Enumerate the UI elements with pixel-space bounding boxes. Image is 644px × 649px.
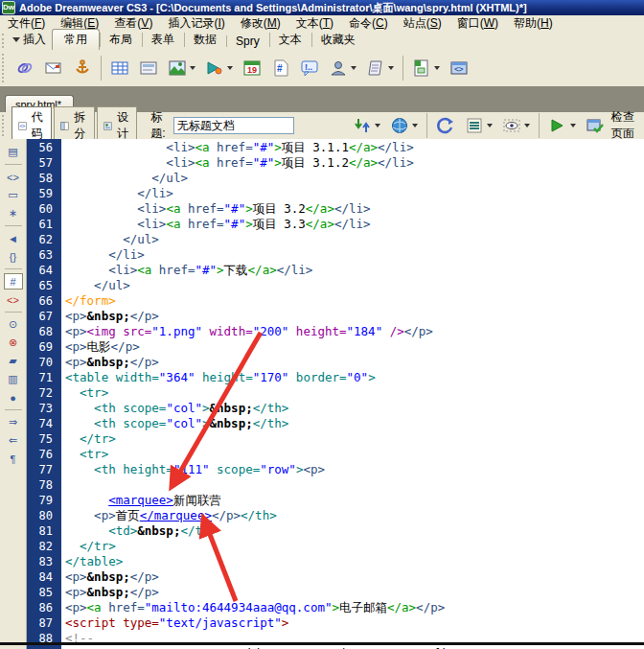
code-line[interactable]: <th scope="col">&nbsp;</th> [61, 416, 642, 431]
code-line[interactable]: <p>&nbsp;</p> [61, 309, 642, 324]
outdent-code-icon[interactable]: ⇐ [4, 432, 23, 449]
insert-div-button[interactable] [136, 56, 161, 81]
format-source-icon[interactable]: ¶ [4, 451, 23, 467]
code-line[interactable]: <table width="364" height="170" border="… [61, 370, 642, 385]
code-line[interactable]: <p>首页</marquee></p></th> [61, 508, 642, 523]
table-button[interactable] [107, 56, 132, 81]
code-line[interactable]: <tr> [61, 385, 642, 401]
insert-tab-4[interactable]: 数据 [184, 30, 226, 50]
code-editor[interactable]: <li><a href="#">项目 3.1.1</a></li> <li><a… [61, 139, 642, 649]
collapse-full-tag-icon[interactable]: <> [4, 169, 23, 185]
code-line[interactable]: </table> [61, 554, 642, 569]
code-line[interactable]: </ul> [61, 278, 642, 293]
insert-tab-2[interactable]: 布局 [100, 30, 142, 50]
wrap-tag-icon[interactable]: ▰ [4, 353, 23, 369]
balance-braces-icon[interactable]: {} [4, 248, 23, 265]
chevron-down-icon[interactable] [375, 124, 380, 127]
head-tags-button[interactable] [326, 56, 359, 81]
code-line[interactable] [61, 477, 642, 493]
insert-tab-7[interactable]: 收藏夹 [311, 30, 365, 50]
open-documents-icon[interactable]: ▤ [4, 144, 23, 160]
code-line[interactable]: </ul> [61, 232, 642, 247]
templates-button[interactable] [409, 56, 443, 81]
chevron-down-icon[interactable] [412, 124, 418, 127]
named-anchor-button[interactable] [70, 56, 95, 81]
toolbar-grip[interactable] [2, 54, 9, 82]
menu-item-w[interactable]: 窗口(W) [449, 15, 506, 32]
preview-in-browser-button[interactable] [387, 113, 421, 138]
expand-all-icon[interactable]: ∗ [4, 205, 23, 221]
code-line[interactable]: <p><a href="mailto:4644934aaa@qq.com">电子… [61, 600, 642, 615]
chevron-down-icon[interactable] [570, 124, 576, 127]
code-line[interactable]: </tr> [61, 431, 642, 447]
highlight-invalid-code-icon[interactable]: <> [4, 291, 23, 308]
collapse-selection-icon[interactable]: ▭ [4, 187, 23, 203]
server-side-include-button[interactable]: # [268, 56, 293, 81]
select-parent-tag-icon[interactable]: ◄ [4, 230, 23, 246]
line-number: 81 [27, 523, 61, 539]
chevron-down-icon[interactable] [190, 66, 196, 70]
code-line[interactable]: <li><a href="#">项目 3.1.1</a></li> [61, 140, 642, 155]
code-line[interactable]: <li><a href="#">项目 3.2</a></li> [61, 201, 642, 217]
insert-tab-3[interactable]: 表单 [142, 30, 184, 50]
toolbar-grip[interactable] [2, 34, 9, 48]
email-link-button[interactable] [41, 56, 66, 81]
tag-chooser-button[interactable]: <> [447, 56, 472, 81]
remove-comment-icon[interactable]: ⊗ [4, 335, 23, 351]
code-line[interactable]: <p>&nbsp;</p> [61, 585, 642, 600]
visual-aids-button[interactable] [499, 113, 533, 138]
hyperlink-button[interactable] [12, 56, 37, 81]
insert-tab-6[interactable]: 文本 [269, 30, 311, 50]
code-line[interactable]: <li><a href="#">项目 3.1.2</a></li> [61, 155, 642, 171]
file-management-button[interactable] [350, 113, 383, 138]
refresh-button[interactable] [433, 113, 458, 138]
code-line[interactable]: <li><a href="#">项目 3.3</a></li> [61, 217, 642, 232]
chevron-down-icon[interactable] [388, 66, 394, 70]
media-button[interactable] [202, 56, 236, 81]
line-number: 67 [27, 309, 61, 324]
toolbar-grip[interactable] [2, 115, 8, 136]
insert-tab-1[interactable]: 常用 [52, 29, 100, 50]
code-line[interactable]: </li> [61, 186, 642, 201]
move-css-icon[interactable]: ● [4, 389, 23, 406]
chevron-down-icon[interactable] [487, 124, 493, 127]
code-line[interactable]: <th height="111" scope="row"><p> [61, 462, 642, 477]
code-line[interactable]: <tr> [61, 447, 642, 462]
chevron-down-icon[interactable] [351, 66, 356, 70]
code-line[interactable]: <li><a href="#">下载</a></li> [61, 263, 642, 278]
line-numbers-icon[interactable]: # [4, 273, 23, 290]
chevron-down-icon[interactable] [524, 124, 530, 127]
insert-bar-menu[interactable]: 插入 [11, 32, 52, 50]
indent-code-icon[interactable]: ⇒ [4, 414, 23, 430]
code-line[interactable]: </tr> [61, 539, 642, 554]
validate-markup-button[interactable] [545, 113, 579, 138]
document-title-input[interactable] [173, 117, 294, 134]
chevron-down-icon[interactable] [227, 66, 233, 70]
code-line[interactable]: <td>&nbsp;</td> [61, 523, 642, 539]
code-line[interactable]: <script type="text/javascript"> [61, 615, 642, 631]
check-page-button[interactable] [583, 113, 608, 138]
code-line[interactable]: <p>&nbsp;</p> [61, 569, 642, 585]
apply-comment-icon[interactable]: ⊙ [4, 316, 23, 333]
code-line[interactable]: <th scope="col">&nbsp;</th> [61, 401, 642, 416]
date-button[interactable]: 19 [240, 56, 264, 81]
code-line[interactable]: <p><img src="1.png" width="200" height="… [61, 324, 642, 339]
code-line[interactable]: </ul> [61, 171, 642, 186]
menu-item-h[interactable]: 帮助(H) [506, 15, 561, 32]
line-number: 66 [27, 293, 61, 309]
recent-snippets-icon[interactable]: ▥ [4, 371, 23, 387]
chevron-down-icon[interactable] [434, 66, 440, 70]
line-number: 80 [27, 508, 61, 523]
insert-tab-5[interactable]: Spry [226, 33, 269, 50]
menu-item-f[interactable]: 文件(F) [0, 15, 53, 32]
code-line[interactable]: <p>&nbsp;</p> [61, 355, 642, 370]
menu-item-s[interactable]: 站点(S) [396, 15, 449, 32]
script-button[interactable] [363, 56, 397, 81]
code-line[interactable]: <marquee>新闻联营 [61, 493, 642, 508]
code-line[interactable]: </form> [61, 293, 642, 309]
comment-button[interactable]: !.. [297, 56, 322, 81]
code-line[interactable]: </li> [61, 247, 642, 263]
view-options-button[interactable] [462, 113, 495, 138]
code-line[interactable]: <p>电影</p> [61, 339, 642, 355]
images-button[interactable] [165, 56, 198, 81]
